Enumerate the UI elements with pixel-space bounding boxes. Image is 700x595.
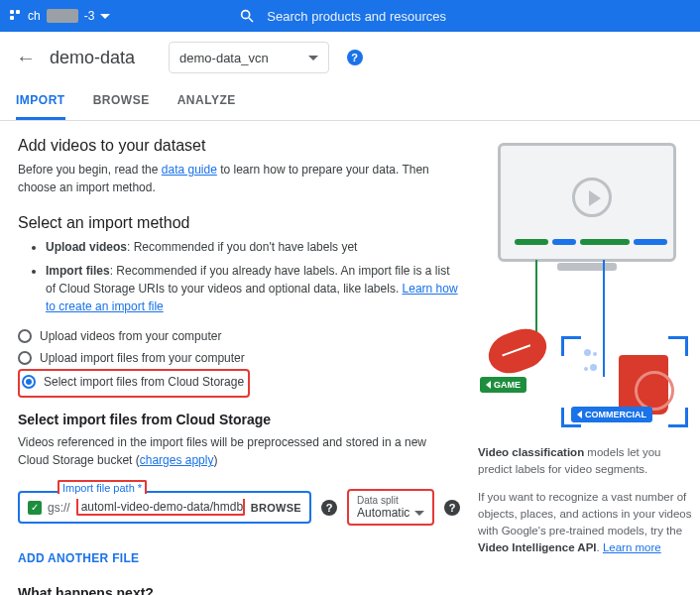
tab-analyze[interactable]: ANALYZE [177, 83, 236, 120]
data-split-dropdown[interactable]: Data split Automatic [347, 489, 434, 526]
dataset-dropdown[interactable]: demo-data_vcn [169, 42, 329, 73]
charges-apply-link[interactable]: charges apply [140, 453, 214, 467]
illustration: GAME COMMERCIAL [478, 143, 696, 430]
browse-button[interactable]: BROWSE [251, 502, 301, 514]
bullet-upload: Upload videos: Recommended if you don't … [46, 238, 460, 256]
right-desc-1: Video classification models let you pred… [478, 444, 696, 479]
radio-label: Upload import files from your computer [40, 351, 245, 365]
left-column: Add videos to your dataset Before you be… [18, 137, 460, 595]
svg-point-0 [242, 11, 250, 19]
intro-heading: Add videos to your dataset [18, 137, 460, 155]
what-next-heading: What happens next? [18, 585, 460, 595]
svg-line-1 [249, 18, 253, 22]
label-commercial: COMMERCIAL [571, 407, 652, 422]
right-column: GAME COMMERCIAL Video classification mod… [478, 137, 696, 595]
check-icon: ✓ [28, 501, 42, 515]
chevron-down-icon [100, 14, 110, 19]
project-name-prefix: ch [28, 9, 41, 23]
highlight-select-cloud-storage: Select import files from Cloud Storage [18, 369, 250, 398]
project-name-redacted: xxxx [47, 9, 78, 23]
search-box[interactable]: Search products and resources [120, 8, 700, 24]
gs-prefix: gs:// [48, 501, 70, 515]
data-split-label: Data split [357, 495, 424, 506]
project-name-suffix: -3 [84, 9, 95, 23]
search-icon [239, 8, 255, 24]
import-path-label: Import file path * [58, 480, 147, 494]
radio-icon [18, 351, 32, 365]
chevron-down-icon [308, 56, 318, 60]
import-method-radios: Upload videos from your computer Upload … [18, 325, 460, 398]
back-arrow-icon[interactable]: ← [16, 47, 36, 69]
help-icon[interactable]: ? [347, 50, 363, 65]
radio-label: Upload videos from your computer [40, 329, 221, 343]
import-path-row: Import file path * ✓ gs:// automl-video-… [18, 489, 460, 526]
radio-upload-import-files[interactable]: Upload import files from your computer [18, 347, 460, 369]
select-files-desc: Videos referenced in the import files wi… [18, 433, 460, 469]
page-title: demo-data [50, 48, 135, 68]
subheader: ← demo-data demo-data_vcn ? [0, 32, 700, 83]
label-game: GAME [480, 377, 526, 393]
method-bullets: Upload videos: Recommended if you don't … [46, 238, 460, 315]
project-switcher[interactable]: ch xxxx -3 [0, 9, 120, 23]
tab-import[interactable]: IMPORT [16, 83, 65, 120]
add-another-file-button[interactable]: ADD ANOTHER FILE [18, 545, 139, 571]
radio-icon [18, 329, 32, 343]
dataset-dropdown-value: demo-data_vcn [179, 51, 269, 65]
search-placeholder: Search products and resources [267, 9, 446, 24]
help-icon[interactable]: ? [444, 500, 460, 516]
tab-browse[interactable]: BROWSE [93, 83, 150, 120]
video-frame-graphic [498, 143, 676, 262]
top-bar: ch xxxx -3 Search products and resources [0, 0, 700, 32]
tabs: IMPORT BROWSE ANALYZE [0, 83, 700, 121]
chevron-down-icon [414, 511, 424, 516]
data-split-value: Automatic [357, 506, 409, 520]
bubbles-graphic [583, 345, 598, 375]
help-icon[interactable]: ? [321, 500, 337, 516]
radio-upload-videos[interactable]: Upload videos from your computer [18, 325, 460, 347]
import-path-field[interactable]: Import file path * ✓ gs:// automl-video-… [18, 491, 311, 524]
method-heading: Select an import method [18, 214, 460, 232]
bullet-import: Import files: Recommended if you already… [46, 262, 460, 315]
main: Add videos to your dataset Before you be… [0, 121, 700, 595]
data-guide-link[interactable]: data guide [162, 163, 217, 177]
intro-body: Before you begin, read the data guide to… [18, 161, 460, 196]
play-icon [572, 178, 612, 217]
learn-more-link[interactable]: Learn more [603, 541, 661, 553]
cup-graphic [619, 355, 668, 415]
right-desc-2: If you want to recognize a vast number o… [478, 489, 696, 557]
radio-icon [22, 375, 36, 389]
select-files-heading: Select import files from Cloud Storage [18, 412, 460, 427]
import-path-input[interactable]: automl-video-demo-data/hmdb_split1_5cl [76, 499, 245, 516]
radio-select-cloud-storage[interactable]: Select import files from Cloud Storage [22, 371, 244, 393]
radio-label: Select import files from Cloud Storage [44, 375, 244, 389]
football-graphic [483, 322, 552, 380]
